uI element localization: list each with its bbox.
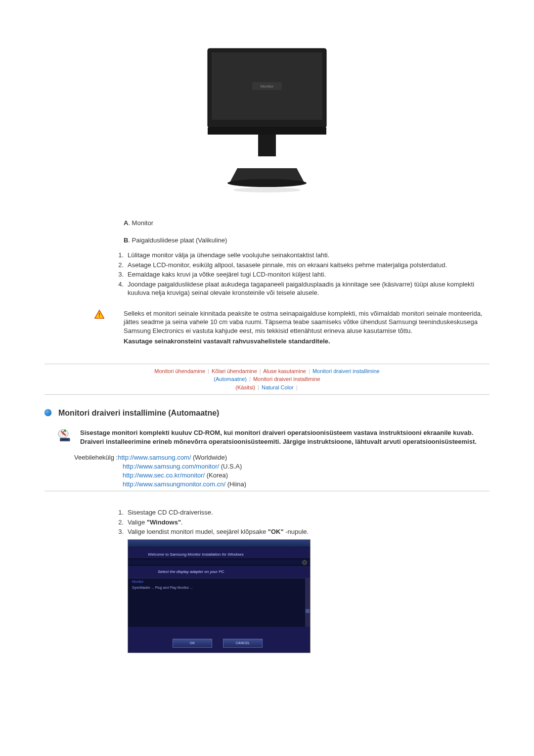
ok-button[interactable]: OK (173, 639, 212, 648)
instr-text: Asetage LCD-monitor, esikülg allpool, ta… (128, 261, 490, 270)
label-a: A (124, 219, 128, 227)
instr-num: 1. (114, 251, 124, 260)
instr-text: Eemaldage kaks kruvi ja võtke seejärel t… (128, 270, 490, 279)
instr-num: 2. (114, 261, 124, 270)
monitor-illustration: Monitor (203, 45, 331, 193)
divider (44, 364, 490, 364)
svg-rect-3 (208, 128, 326, 135)
weblink-loc: (Worldwide) (191, 454, 227, 461)
warning-text: Selleks et monitori seinale kinnitada pe… (124, 309, 490, 346)
installer-instruction-text: Select the display adapter on your PC (128, 566, 310, 578)
label-b: B (124, 236, 128, 244)
svg-rect-7 (99, 313, 100, 316)
label-a-text: . Monitor (128, 219, 153, 227)
monitor-screen-label: Monitor (261, 84, 274, 89)
label-b-text: . Paigaldusliidese plaat (Valikuline) (128, 236, 227, 244)
nav-link-connect-speaker[interactable]: Kõlari ühendamine (212, 368, 257, 374)
instr-text: Lülitage monitor välja ja ühendage selle… (128, 251, 490, 260)
cancel-button[interactable]: CANCEL (223, 639, 263, 648)
svg-rect-12 (62, 439, 69, 440)
svg-rect-4 (258, 135, 276, 156)
step-text: Sisestage CD CD-draiverisse. (128, 508, 213, 517)
installer-list-header: Monitor (128, 578, 310, 585)
step-text: Valige "Windows". (128, 518, 183, 527)
installer-titlebar (128, 540, 310, 547)
svg-rect-11 (60, 438, 70, 442)
divider (44, 394, 490, 395)
steps-list: 1.Sisestage CD CD-draiverisse. 2.Valige … (114, 508, 490, 536)
weblink-loc: (Hiina) (225, 480, 246, 488)
scrollbar[interactable] (305, 578, 310, 627)
weblink[interactable]: http://www.sec.co.kr/monitor/ (123, 472, 205, 479)
svg-point-6 (233, 188, 301, 192)
bullet-icon (44, 409, 51, 416)
installer-list-row[interactable]: SyncMaster ... Plug and Play Monitor ... (128, 585, 310, 590)
section-nav-bar: Monitori ühendamine | Kõlari ühendamine … (44, 367, 490, 392)
installer-screenshot: Welcome to Samsung Monitor Installation … (128, 539, 490, 653)
monitor-figure: Monitor (44, 45, 490, 194)
installer-welcome-text: Welcome to Samsung Monitor Installation … (128, 547, 310, 559)
instruction-list: 1.Lülitage monitor välja ja ühendage sel… (114, 251, 490, 297)
nav-link-stand-use[interactable]: Aluse kasutamine (263, 368, 306, 374)
weblinks-block: Veebilehekülg :http://www.samsung.com/ (… (74, 453, 490, 489)
weblinks-label: Veebilehekülg : (74, 454, 118, 461)
scrollbar-thumb[interactable] (306, 609, 310, 613)
warning-body: Selleks et monitori seinale kinnitada pe… (124, 310, 483, 334)
step-num: 1. (114, 508, 124, 517)
instr-num: 4. (114, 280, 124, 289)
nav-link-connect-monitor[interactable]: Monitori ühendamine (154, 368, 205, 374)
installer-select-bar (128, 559, 310, 566)
svg-point-5 (227, 179, 307, 187)
warning-icon (94, 309, 105, 320)
installer-list[interactable]: Monitor SyncMaster ... Plug and Play Mon… (128, 578, 310, 627)
svg-rect-8 (99, 316, 100, 317)
weblink[interactable]: http://www.samsung.com/monitor/ (123, 463, 219, 470)
instr-num: 3. (114, 270, 124, 279)
weblink-loc: (Korea) (205, 472, 228, 479)
nav-link-natural-color[interactable]: Natural Color (262, 384, 294, 390)
weblink[interactable]: http://www.samsungmonitor.com.cn/ (123, 480, 225, 488)
step-num: 3. (114, 527, 124, 536)
instr-text: Joondage paigaldusliidese plaat aukudega… (128, 280, 490, 297)
step-text: Valige loendist monitori mudel, seejärel… (128, 527, 309, 536)
warning-bold: Kasutage seinakronsteini vastavalt rahvu… (124, 337, 490, 346)
weblink[interactable]: http://www.samsung.com/ (118, 454, 191, 461)
section-heading: Monitori draiveri installimine (Automaat… (58, 409, 219, 418)
divider (44, 491, 490, 491)
cd-note-text: Sisestage monitori komplekti kuuluv CD-R… (80, 428, 490, 446)
cd-install-icon (57, 428, 74, 443)
weblink-loc: (U.S.A) (219, 463, 242, 470)
step-num: 2. (114, 518, 124, 527)
label-list: A. Monitor B. Paigaldusliidese plaat (Va… (124, 219, 490, 244)
